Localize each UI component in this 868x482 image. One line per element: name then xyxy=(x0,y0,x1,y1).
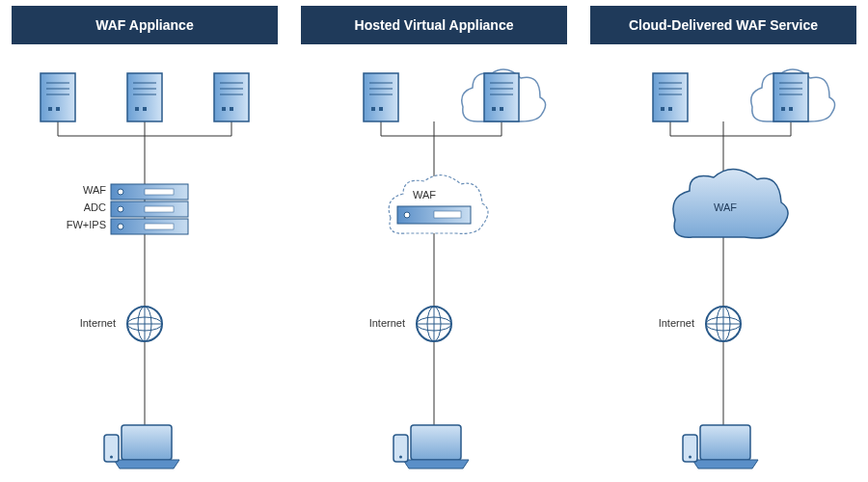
svg-rect-14 xyxy=(135,107,139,111)
svg-rect-24 xyxy=(145,189,174,195)
globe-icon xyxy=(417,307,451,341)
svg-rect-16 xyxy=(214,73,249,121)
svg-rect-21 xyxy=(230,107,233,111)
globe-icon xyxy=(127,307,162,341)
svg-point-56 xyxy=(404,212,410,218)
column-cloud-delivered: Cloud-Delivered WAF Service xyxy=(579,0,868,482)
column-hosted-virtual: Hosted Virtual Appliance xyxy=(289,0,579,482)
svg-rect-8 xyxy=(48,107,52,111)
svg-point-89 xyxy=(689,456,692,459)
waf-label: WAF xyxy=(413,189,436,201)
appliance-stack-icon xyxy=(111,184,188,234)
server-icon xyxy=(127,73,162,121)
svg-rect-54 xyxy=(500,107,503,111)
svg-point-23 xyxy=(118,189,123,195)
svg-point-65 xyxy=(399,456,402,459)
stack-label: FW+IPS xyxy=(53,219,106,230)
svg-rect-15 xyxy=(143,107,147,111)
svg-rect-48 xyxy=(379,107,383,111)
diagram-svg xyxy=(289,44,579,482)
internet-label: Internet xyxy=(58,317,116,329)
svg-point-26 xyxy=(118,206,123,212)
svg-rect-9 xyxy=(56,107,60,111)
waf-label: WAF xyxy=(714,201,737,213)
server-icon xyxy=(214,73,249,121)
svg-rect-36 xyxy=(122,425,172,460)
stack-label: ADC xyxy=(53,201,106,213)
svg-rect-57 xyxy=(434,211,461,218)
svg-rect-20 xyxy=(222,107,226,111)
svg-rect-87 xyxy=(700,425,750,460)
cloud-server-icon xyxy=(462,69,546,121)
svg-point-29 xyxy=(118,224,123,229)
svg-rect-75 xyxy=(668,107,672,111)
svg-rect-63 xyxy=(411,425,461,460)
cloud-waf-icon xyxy=(389,175,488,234)
svg-rect-47 xyxy=(371,107,375,111)
diagram-svg xyxy=(579,44,868,482)
server-icon xyxy=(41,73,75,121)
svg-rect-49 xyxy=(484,73,519,121)
devices-icon xyxy=(683,425,758,469)
column-header: Cloud-Delivered WAF Service xyxy=(590,6,856,44)
stack-label: WAF xyxy=(53,184,106,196)
column-header: WAF Appliance xyxy=(12,6,278,44)
svg-rect-53 xyxy=(492,107,496,111)
devices-icon xyxy=(104,425,179,469)
column-header: Hosted Virtual Appliance xyxy=(301,6,567,44)
diagram-svg xyxy=(0,44,289,482)
svg-rect-76 xyxy=(773,73,808,121)
cloud-server-icon xyxy=(751,69,835,121)
svg-rect-30 xyxy=(145,224,174,229)
server-icon xyxy=(653,73,688,121)
svg-rect-74 xyxy=(661,107,665,111)
svg-rect-27 xyxy=(145,206,174,212)
svg-rect-43 xyxy=(364,73,398,121)
server-icon xyxy=(364,73,398,121)
svg-rect-81 xyxy=(789,107,793,111)
svg-rect-10 xyxy=(127,73,162,121)
internet-label: Internet xyxy=(347,317,405,329)
svg-rect-70 xyxy=(653,73,688,121)
column-waf-appliance: WAF Appliance xyxy=(0,0,289,482)
svg-rect-4 xyxy=(41,73,75,121)
svg-point-38 xyxy=(110,456,113,459)
globe-icon xyxy=(706,307,741,341)
devices-icon xyxy=(393,425,469,469)
internet-label: Internet xyxy=(637,317,694,329)
svg-rect-80 xyxy=(781,107,785,111)
